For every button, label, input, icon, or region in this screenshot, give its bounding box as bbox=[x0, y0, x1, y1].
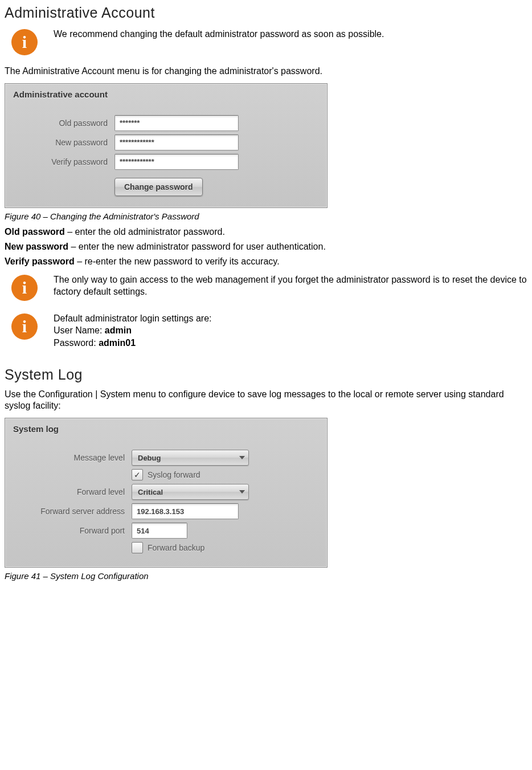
verify-password-input[interactable] bbox=[114, 154, 239, 170]
admin-intro: The Administrative Account menu is for c… bbox=[5, 66, 527, 78]
info-text: Default administrator login settings are… bbox=[54, 311, 527, 349]
info-note-3: i Default administrator login settings a… bbox=[5, 311, 527, 349]
forward-port-label: Forward port bbox=[11, 526, 132, 535]
verify-password-desc: Verify password – re-enter the new passw… bbox=[5, 256, 527, 267]
figure-41-caption: Figure 41 – System Log Configuration bbox=[5, 571, 527, 581]
forward-server-address-input[interactable] bbox=[132, 503, 239, 519]
info-note-1: i We recommend changing the default admi… bbox=[5, 27, 527, 55]
default-password: Password: admin01 bbox=[54, 337, 527, 349]
info-icon: i bbox=[11, 275, 38, 301]
info-text: We recommend changing the default admini… bbox=[54, 27, 527, 40]
new-password-input[interactable] bbox=[114, 135, 239, 150]
figure-40-caption: Figure 40 – Changing the Administrator's… bbox=[5, 211, 527, 221]
default-username: User Name: admin bbox=[54, 324, 527, 337]
old-password-input[interactable] bbox=[114, 115, 239, 131]
panel-title: Administrative account bbox=[13, 89, 321, 99]
old-password-label: Old password bbox=[11, 119, 114, 128]
syslog-forward-checkbox[interactable]: ✓ Syslog forward bbox=[132, 469, 200, 480]
system-log-panel: System log Message level Debug ✓ Syslog … bbox=[5, 418, 328, 568]
admin-account-panel: Administrative account Old password New … bbox=[5, 83, 328, 208]
syslog-forward-label: Syslog forward bbox=[148, 470, 200, 479]
forward-level-dropdown[interactable]: Critical bbox=[132, 484, 249, 500]
info-text: The only way to gain access to the web m… bbox=[54, 272, 527, 298]
message-level-dropdown[interactable]: Debug bbox=[132, 450, 249, 466]
message-level-value: Debug bbox=[138, 454, 161, 462]
section-syslog-title: System Log bbox=[5, 366, 527, 383]
forward-backup-label: Forward backup bbox=[148, 543, 204, 552]
forward-backup-checkbox[interactable]: Forward backup bbox=[132, 542, 204, 553]
panel-title: System log bbox=[13, 424, 321, 434]
info-icon: i bbox=[11, 313, 38, 340]
verify-password-label: Verify password bbox=[11, 157, 114, 166]
section-admin-title: Administrative Account bbox=[5, 5, 527, 21]
forward-port-input[interactable] bbox=[132, 523, 187, 539]
change-password-button[interactable]: Change password bbox=[114, 178, 203, 196]
chevron-down-icon bbox=[239, 456, 245, 459]
chevron-down-icon bbox=[239, 490, 245, 494]
new-password-desc: New password – enter the new administrat… bbox=[5, 242, 527, 252]
message-level-label: Message level bbox=[11, 453, 132, 462]
info-icon: i bbox=[11, 29, 38, 55]
forward-level-value: Critical bbox=[138, 488, 163, 496]
old-password-desc: Old password – enter the old administrat… bbox=[5, 227, 527, 237]
syslog-intro: Use the Configuration | System menu to c… bbox=[5, 389, 527, 413]
forward-level-label: Forward level bbox=[11, 487, 132, 496]
new-password-label: New password bbox=[11, 138, 114, 147]
forward-server-address-label: Forward server address bbox=[11, 507, 132, 516]
info-note-2: i The only way to gain access to the web… bbox=[5, 272, 527, 301]
checkbox-box: ✓ bbox=[132, 469, 143, 480]
default-login-intro: Default administrator login settings are… bbox=[54, 312, 527, 325]
checkbox-box bbox=[132, 542, 143, 553]
